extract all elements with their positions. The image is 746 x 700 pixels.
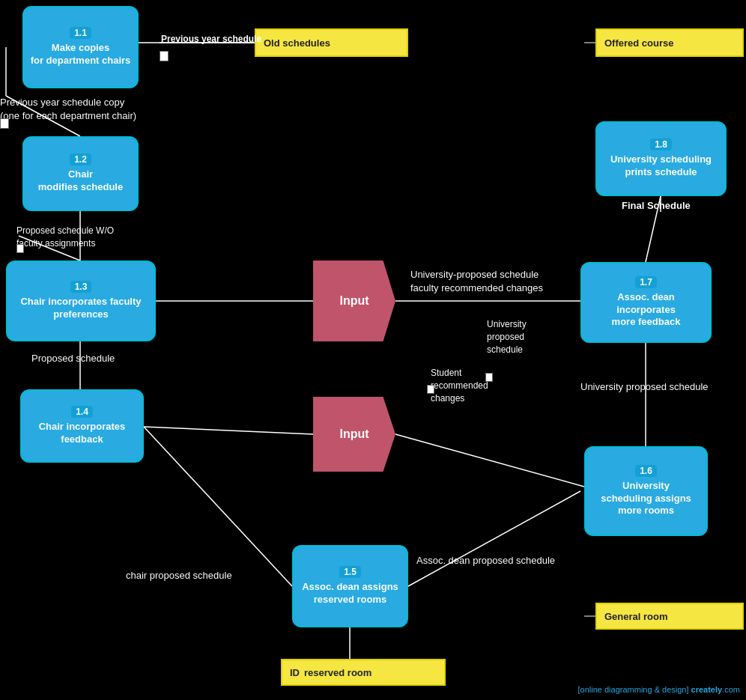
label-prev-year-copy: Previous year schedule copy(one for each… (0, 96, 136, 123)
data-store-reserved-room: ID reserved room (281, 659, 446, 686)
data-store-old-schedules: Old schedules (255, 28, 408, 57)
label-proposed-schedule: Proposed schedule (31, 352, 115, 365)
process-1-5[interactable]: 1.5 Assoc. dean assignsreserved rooms (292, 545, 408, 627)
process-label: Make copiesfor department chairs (31, 42, 131, 67)
process-id: 1.7 (635, 276, 657, 288)
process-1-4[interactable]: 1.4 Chair incorporatesfeedback (20, 389, 144, 463)
svg-line-17 (144, 427, 313, 434)
process-1-3[interactable]: 1.3 Chair incorporates facultypreference… (6, 261, 156, 341)
data-store-general-room: General room (595, 603, 744, 630)
svg-line-10 (408, 491, 580, 586)
process-id: 1.4 (71, 406, 93, 418)
process-label: Universityscheduling assignsmore rooms (601, 480, 691, 518)
doc-icon-3 (16, 244, 24, 253)
input-label: Input (339, 294, 369, 308)
diagram-container: 1.1 Make copiesfor department chairs 1.2… (0, 0, 746, 700)
store-label: General room (604, 611, 668, 622)
store-label: Old schedules (264, 37, 330, 49)
process-1-2[interactable]: 1.2 Chairmodifies schedule (22, 136, 139, 211)
label-proposed-schedule-wo: Proposed schedule W/Ofaculty assignments (16, 225, 114, 250)
svg-line-5 (144, 427, 292, 586)
doc-icon (160, 51, 169, 61)
process-1-1[interactable]: 1.1 Make copiesfor department chairs (22, 6, 139, 88)
label-univ-proposed-bottom: University proposed schedule (580, 380, 709, 394)
label-assoc-dean-proposed: Assoc. dean proposed schedule (416, 554, 555, 567)
process-id: 1.6 (635, 465, 657, 477)
doc-icon-5 (427, 385, 434, 394)
process-1-6[interactable]: 1.6 Universityscheduling assignsmore roo… (584, 446, 708, 536)
input-label: Input (339, 427, 369, 441)
creately-domain: .com (722, 685, 740, 694)
input-box-2: Input (313, 397, 395, 472)
svg-line-7 (395, 434, 584, 487)
doc-icon-2 (0, 118, 9, 129)
creately-text: [online diagramming & design] (578, 685, 691, 694)
label-chair-proposed: chair proposed schedule (126, 569, 232, 582)
data-store-offered-course: Offered course (595, 28, 744, 57)
store-label: reserved room (304, 667, 372, 678)
process-label: University schedulingprints schedule (610, 153, 712, 179)
process-id: 1.1 (70, 27, 91, 39)
process-label: Chair incorporatesfeedback (39, 421, 126, 446)
process-label: Assoc. dean incorporatesmore feedback (588, 291, 704, 329)
process-label: Assoc. dean assignsreserved rooms (302, 581, 398, 606)
store-id: ID (290, 667, 300, 678)
process-id: 1.2 (70, 153, 91, 165)
process-1-8[interactable]: 1.8 University schedulingprints schedule (595, 121, 727, 196)
process-id: 1.8 (650, 139, 672, 150)
input-box-1: Input (313, 261, 395, 341)
label-univ-proposed-2: Universityproposedschedule (487, 318, 527, 356)
process-id: 1.5 (339, 566, 361, 578)
process-1-7[interactable]: 1.7 Assoc. dean incorporatesmore feedbac… (580, 262, 712, 343)
label-final-schedule: Final Schedule (622, 199, 691, 213)
creately-brand: creately (691, 685, 723, 694)
label-student-rec: Studentrecommendedchanges (431, 367, 488, 404)
process-id: 1.3 (70, 281, 92, 293)
process-label: Chair incorporates facultypreferences (20, 296, 141, 321)
label-univ-proposed: University-proposed schedulefaculty reco… (410, 268, 543, 295)
creately-badge: [online diagramming & design] creately.c… (578, 685, 740, 694)
store-label: Offered course (604, 37, 673, 49)
process-label: Chairmodifies schedule (38, 168, 123, 194)
label-prev-year-schedule: Previous year schedule (161, 33, 261, 46)
